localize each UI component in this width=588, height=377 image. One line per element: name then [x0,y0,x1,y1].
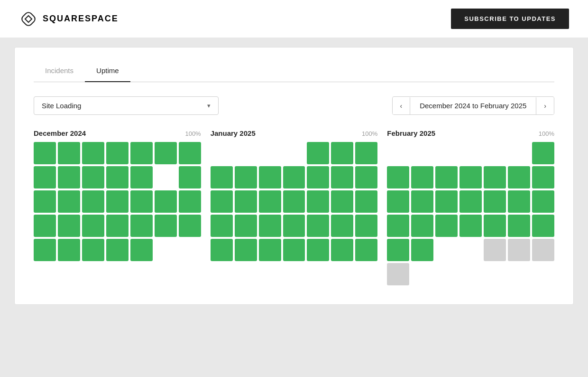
calendar-cell[interactable] [58,215,80,237]
calendar-cell[interactable] [355,166,377,188]
month-block-2: February 2025100% [387,129,554,285]
calendar-cell[interactable] [155,190,177,213]
calendar-cell[interactable] [34,142,56,164]
calendar-cell[interactable] [58,166,80,188]
calendar-cell[interactable] [179,215,201,237]
calendar-cell[interactable] [508,239,530,261]
calendar-cell[interactable] [106,166,129,188]
tab-uptime[interactable]: Uptime [85,62,130,82]
calendar-cell[interactable] [331,190,353,213]
calendar-cell[interactable] [106,190,129,213]
calendar-cell[interactable] [283,239,305,261]
calendar-cell[interactable] [259,190,281,213]
calendar-cell[interactable] [211,190,233,213]
calendar-cell[interactable] [259,239,281,261]
calendar-cell[interactable] [435,190,458,213]
calendar-cell[interactable] [130,215,153,237]
calendar-cell[interactable] [34,215,56,237]
calendar-cell[interactable] [459,190,482,213]
calendar-cell[interactable] [411,239,433,261]
calendar-cell[interactable] [508,166,530,188]
calendar-cell[interactable] [34,166,56,188]
calendar-cell[interactable] [484,239,506,261]
calendar-cell[interactable] [331,215,353,237]
calendar-cell[interactable] [387,239,409,261]
calendar-cell[interactable] [82,239,104,261]
calendar-cell[interactable] [106,142,129,164]
calendar-cell[interactable] [484,190,506,213]
calendar-cell[interactable] [82,215,104,237]
calendar-cell[interactable] [58,239,80,261]
calendar-cell[interactable] [411,190,433,213]
calendar-cell[interactable] [355,239,377,261]
calendar-cell[interactable] [331,239,353,261]
calendar-cell[interactable] [34,239,56,261]
calendar-cell[interactable] [532,190,554,213]
calendar-cell[interactable] [331,142,353,164]
calendar-cell[interactable] [130,239,153,261]
calendar-cell[interactable] [331,166,353,188]
calendar-cell[interactable] [484,166,506,188]
calendar-cell[interactable] [259,215,281,237]
calendar-cell[interactable] [179,142,201,164]
calendar-cell[interactable] [532,166,554,188]
calendar-cell[interactable] [387,263,409,285]
calendar-cell[interactable] [82,166,104,188]
calendar-cell[interactable] [508,215,530,237]
calendar-cell[interactable] [211,215,233,237]
calendar-cell[interactable] [259,166,281,188]
calendar-cell[interactable] [235,190,257,213]
calendar-cell[interactable] [411,215,433,237]
calendar-cell[interactable] [459,215,482,237]
calendar-cell[interactable] [435,166,458,188]
calendar-cell[interactable] [484,215,506,237]
calendar-cell[interactable] [532,215,554,237]
calendar-cell[interactable] [307,142,329,164]
calendar-cell[interactable] [355,142,377,164]
calendar-cell[interactable] [58,190,80,213]
calendar-cell[interactable] [58,142,80,164]
calendar-cell [155,166,177,188]
calendar-cell[interactable] [387,190,409,213]
prev-date-button[interactable]: ‹ [393,97,411,114]
calendar-cell[interactable] [211,239,233,261]
calendar-cell[interactable] [387,166,409,188]
calendar-cell[interactable] [235,166,257,188]
calendar-cell[interactable] [411,166,433,188]
calendar-cell[interactable] [283,190,305,213]
calendar-cell[interactable] [532,239,554,261]
calendar-cell[interactable] [307,215,329,237]
calendar-cell[interactable] [283,166,305,188]
calendar-cell[interactable] [130,142,153,164]
calendar-cell[interactable] [283,215,305,237]
calendar-cell[interactable] [235,215,257,237]
calendar-cell[interactable] [34,190,56,213]
month-uptime-1: 100% [362,130,377,137]
calendar-cell[interactable] [307,166,329,188]
calendar-cell[interactable] [179,190,201,213]
calendar-cell[interactable] [307,239,329,261]
calendar-cell[interactable] [459,166,482,188]
calendar-cell[interactable] [532,142,554,164]
calendar-cell[interactable] [387,215,409,237]
calendar-cell[interactable] [355,215,377,237]
calendar-cell[interactable] [179,166,201,188]
tab-incidents[interactable]: Incidents [34,62,85,82]
calendar-cell[interactable] [211,166,233,188]
calendar-cell[interactable] [82,142,104,164]
calendar-cell[interactable] [307,190,329,213]
calendar-cell[interactable] [155,215,177,237]
calendar-cell[interactable] [130,166,153,188]
calendar-cell[interactable] [155,142,177,164]
calendar-cell[interactable] [508,190,530,213]
calendar-cell[interactable] [435,215,458,237]
calendar-cell[interactable] [106,239,129,261]
next-date-button[interactable]: › [536,97,554,114]
calendar-cell[interactable] [235,239,257,261]
calendar-cell[interactable] [130,190,153,213]
subscribe-button[interactable]: SUBSCRIBE TO UPDATES [451,9,569,29]
calendar-cell[interactable] [355,190,377,213]
calendar-cell[interactable] [106,215,129,237]
calendar-cell[interactable] [82,190,104,213]
metric-dropdown[interactable]: Site Loading ▾ [34,96,219,115]
